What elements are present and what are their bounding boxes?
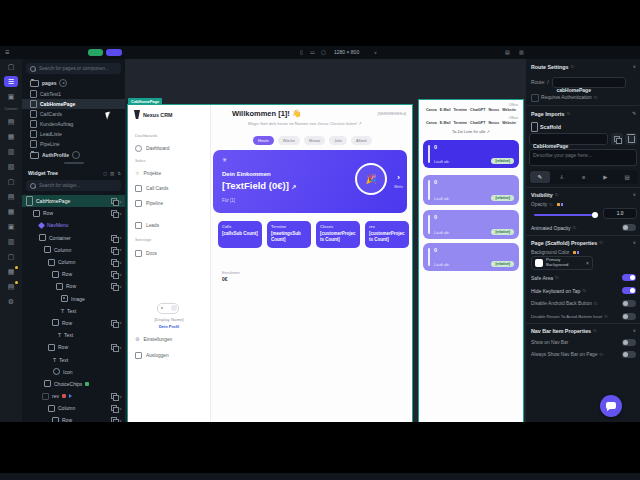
- copy-icon[interactable]: [111, 210, 117, 216]
- close-icon[interactable]: ×: [586, 260, 589, 266]
- tab-properties[interactable]: ≡: [574, 171, 594, 183]
- copy-icon[interactable]: [111, 271, 117, 277]
- profile-link[interactable]: Dein Profil: [128, 324, 210, 329]
- todo-preview-panel[interactable]: Office Canva E-Mail Termine ChatGPT Nexu…: [419, 100, 523, 422]
- page-preview[interactable]: Nexus CRM Dashboards Dashboard Sales ☆Pr…: [128, 105, 412, 422]
- nav-item-pipeline[interactable]: Pipeline: [135, 199, 163, 207]
- copy-widget-button[interactable]: [611, 133, 623, 145]
- nav-item-docs[interactable]: Docs: [135, 249, 157, 257]
- canvas-size-select[interactable]: 1280 × 800: [334, 49, 359, 55]
- caret-icon[interactable]: ∨: [119, 345, 122, 350]
- office-link[interactable]: Office: [509, 103, 518, 107]
- nav-item-leads[interactable]: Leads: [135, 221, 159, 229]
- page-row-leadliste[interactable]: LeadListe: [22, 129, 125, 139]
- widget-search-input[interactable]: [39, 183, 117, 188]
- scaffold-properties-header[interactable]: Page (Scaffold) Propertiesⓘ ∨: [531, 238, 636, 247]
- copy-icon[interactable]: [111, 344, 117, 350]
- tree-row-image[interactable]: Image: [22, 293, 125, 305]
- storage-icon[interactable]: ▢: [5, 176, 17, 187]
- tree-row-choicechips[interactable]: ChoiceChips: [22, 378, 125, 390]
- tab-docs[interactable]: ▤: [617, 171, 637, 183]
- hide-keyboard-toggle[interactable]: [622, 287, 636, 294]
- visibility-header[interactable]: Visibilityⓘ ∨: [531, 190, 636, 199]
- localization-icon[interactable]: ▥: [5, 236, 17, 247]
- tree-row-row[interactable]: Row∨: [22, 280, 125, 292]
- credits-badge[interactable]: [88, 49, 103, 56]
- caret-icon[interactable]: ∨: [119, 199, 122, 204]
- pages-search-input[interactable]: [39, 66, 117, 71]
- chip-woche[interactable]: Woche: [278, 136, 300, 145]
- office-link[interactable]: Office: [509, 116, 518, 120]
- tree-row-row[interactable]: Row∨: [22, 207, 125, 219]
- more-label[interactable]: Mehr: [394, 185, 403, 189]
- widget-tree-icon[interactable]: ☰: [4, 76, 18, 87]
- chat-fab[interactable]: [600, 395, 622, 417]
- folder-menu-icon[interactable]: ∨: [59, 79, 67, 87]
- page-row-kundenauftrag[interactable]: KundenAuftrag: [22, 119, 125, 129]
- auth-icon[interactable]: ▧: [5, 161, 17, 172]
- tree-row-row[interactable]: Row∨: [22, 414, 125, 422]
- custom-functions-icon[interactable]: ▦: [5, 206, 17, 217]
- tree-row-text[interactable]: TText: [22, 305, 125, 317]
- show-on-navbar-toggle[interactable]: [622, 339, 636, 346]
- income-hero-card[interactable]: ✳ Dein Einkommen [TextField (0€)] ↗ Für …: [213, 150, 407, 213]
- set-from-variable-icon[interactable]: [557, 203, 563, 207]
- caret-icon[interactable]: ∨: [119, 394, 122, 399]
- requires-auth-checkbox[interactable]: [531, 94, 539, 102]
- copy-icon[interactable]: [111, 283, 117, 289]
- tree-row-column[interactable]: Column∨: [22, 244, 125, 256]
- caret-icon[interactable]: ∨: [119, 284, 122, 289]
- media-assets-icon[interactable]: ▤: [5, 191, 17, 202]
- background-color-swatch[interactable]: Primary Background ×: [531, 256, 593, 270]
- tree-row-row[interactable]: Row∨: [22, 341, 125, 353]
- tree-row-text[interactable]: TText: [22, 329, 125, 341]
- stat-card-rev[interactable]: rev[customerProjects Count]: [365, 221, 409, 248]
- tree-row-text[interactable]: TText: [22, 353, 125, 365]
- todo-card[interactable]: 0Läuft ab:[relative]: [423, 140, 519, 168]
- todo-card[interactable]: 0Läuft ab:[relative]: [423, 175, 519, 205]
- stat-card-termine[interactable]: Termine[meetingsSub Count]: [267, 221, 311, 248]
- chevron-down-icon[interactable]: ∨: [633, 64, 636, 69]
- chevron-down-icon[interactable]: ∨: [633, 192, 636, 197]
- opacity-value[interactable]: 1.0: [617, 211, 624, 216]
- chip-allzeit[interactable]: Allzeit: [351, 136, 372, 145]
- theme-toggle[interactable]: [157, 303, 179, 314]
- toggle-left-panel-icon[interactable]: ▤: [505, 48, 510, 57]
- stat-card-closes[interactable]: Closes[customerProjects Count]: [316, 221, 360, 248]
- device-tablet-icon[interactable]: ▭: [310, 48, 315, 57]
- pages-folder-row[interactable]: pages ∨: [22, 78, 125, 88]
- page-description-input[interactable]: [530, 150, 636, 165]
- tab-style[interactable]: ✎: [530, 171, 550, 183]
- always-show-navbar-toggle[interactable]: [622, 351, 636, 358]
- route-settings-header[interactable]: Route Settingsⓘ ∨: [531, 62, 636, 71]
- nav-item-call-cards[interactable]: Call Cards: [135, 184, 168, 192]
- delete-widget-button[interactable]: [625, 133, 637, 145]
- disable-resize-toggle[interactable]: [622, 313, 636, 320]
- celebrate-button[interactable]: 🎉: [355, 163, 387, 195]
- opacity-slider[interactable]: [534, 214, 598, 216]
- copy-icon[interactable]: [111, 320, 117, 326]
- tree-row-row[interactable]: Row∨: [22, 317, 125, 329]
- tree-row-container[interactable]: Container∨: [22, 232, 125, 244]
- analytics-icon[interactable]: ▤: [5, 281, 17, 292]
- toggle-right-panel-icon[interactable]: ▥: [519, 48, 524, 57]
- page-row-pipeline[interactable]: PipeLine: [22, 139, 125, 149]
- canvas[interactable]: CabHomePage Nexus CRM Dashboards Dashboa…: [125, 59, 525, 422]
- nav-item-dashboard[interactable]: Dashboard: [135, 144, 169, 152]
- tree-row-column[interactable]: Column∨: [22, 402, 125, 414]
- page-row-cabtest1[interactable]: CabTest1: [22, 89, 125, 99]
- tree-row-icon[interactable]: Icon: [22, 366, 125, 378]
- data-types-icon[interactable]: ▤: [5, 116, 17, 127]
- todo-card[interactable]: 0Läuft ab:[relative]: [423, 210, 519, 239]
- panel-resize-handle[interactable]: [64, 162, 84, 164]
- menu-icon[interactable]: ☰: [5, 48, 9, 57]
- animated-opacity-toggle[interactable]: [622, 224, 636, 231]
- chip-heute[interactable]: Heute: [253, 136, 274, 145]
- chevron-down-icon[interactable]: ∨: [633, 328, 636, 333]
- tree-row-cabhomepage[interactable]: CabHomePage∨: [22, 195, 125, 207]
- caret-icon[interactable]: ∨: [119, 272, 122, 277]
- copy-icon[interactable]: [111, 235, 117, 241]
- page-row-cabhomepage[interactable]: CabHomePage: [22, 99, 125, 109]
- caret-icon[interactable]: ∨: [119, 211, 122, 216]
- copy-icon[interactable]: [111, 198, 117, 204]
